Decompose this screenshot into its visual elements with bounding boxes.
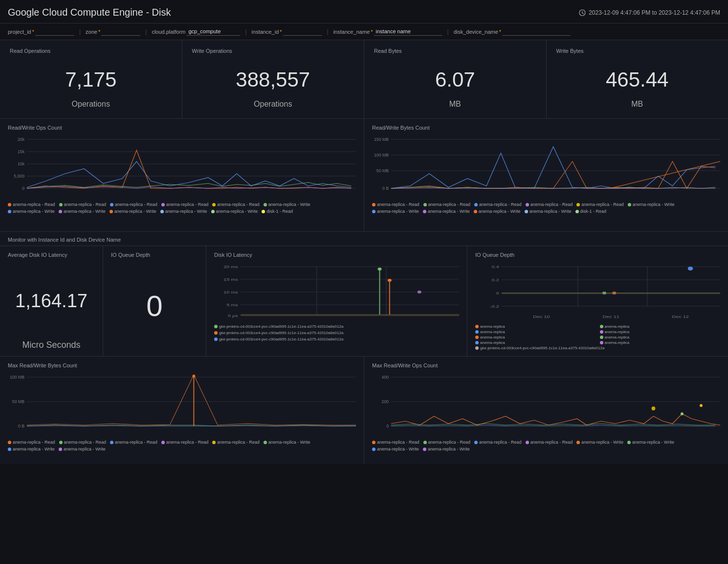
legend-item: anema-replica <box>600 335 721 339</box>
page-title: Google Cloud Compute Engine - Disk <box>8 7 171 18</box>
svg-text:0: 0 <box>386 424 389 429</box>
legend-item: anema-replica - Read <box>110 202 157 207</box>
legend-dot <box>372 203 375 206</box>
legend-item: gke-jenkins-cd-003cce4-pvc-c90ad995-1c1e… <box>214 337 343 341</box>
legend-dot <box>475 330 479 334</box>
filter-project-id: project_id * <box>8 27 74 36</box>
legend-item: anema-replica - Write <box>160 209 207 214</box>
chart-disk-io-latency-svg: 20 ms 15 ms 10 ms 5 ms 0 μs Dec 10 Dec 1… <box>214 262 459 320</box>
svg-text:0 μs: 0 μs <box>228 313 238 317</box>
svg-text:50 MB: 50 MB <box>376 168 389 173</box>
legend-dot <box>525 210 528 213</box>
monitor-io-queue-value: 0 <box>146 289 162 323</box>
legend-dot <box>8 448 11 451</box>
disk-io-latency-legend: gke-jenkins-cd-003cce4-pvc-c90ad995-1c1e… <box>214 324 459 341</box>
svg-text:0.4: 0.4 <box>492 264 500 269</box>
chart-max-rw-ops-area: 400 200 0 <box>372 372 720 436</box>
legend-dot <box>262 210 265 213</box>
instance-id-input[interactable] <box>283 27 322 36</box>
legend-item: anema-replica - Write <box>525 209 572 214</box>
stat-read-bytes-value: 6.07 <box>374 69 536 90</box>
legend-dot <box>264 203 267 206</box>
svg-text:0 B: 0 B <box>18 424 24 429</box>
svg-text:10k: 10k <box>18 161 25 166</box>
svg-text:20k: 20k <box>18 137 25 142</box>
svg-text:Dec 12: Dec 12 <box>411 319 428 320</box>
legend-item: anema-replica <box>475 335 596 339</box>
monitor-section-header: Monitor with Instance Id and Disk Device… <box>0 232 728 246</box>
chart-disk-io-latency: Disk IO Latency 20 ms 15 ms 10 ms 5 ms 0… <box>206 246 467 356</box>
legend-item: anema-replica - Write <box>264 202 310 207</box>
legend-dot <box>475 346 479 350</box>
svg-point-41 <box>418 291 421 293</box>
monitor-avg-latency: Average Disk IO Latency 1,164.17 Micro S… <box>0 246 103 356</box>
chart-io-queue-depth: IO Queue Depth 0.4 0.2 0 -0.2 Dec 10 Dec… <box>467 246 728 356</box>
legend-dot <box>214 331 218 335</box>
zone-input[interactable] <box>101 27 140 36</box>
legend-dot <box>59 210 62 213</box>
legend-item: anema-replica - Write <box>59 209 106 214</box>
bottom-charts-row: Max Read/Write Bytes Count 100 MB 50 MB … <box>0 357 728 464</box>
stat-write-bytes: Write Bytes 465.44 MB <box>547 40 728 118</box>
chart-rw-ops-svg: 20k 15k 10k 5,000 0 <box>8 135 356 198</box>
legend-item: anema-replica - Read <box>423 440 471 445</box>
legend-item: anema-replica <box>475 324 596 329</box>
legend-item: anema-replica <box>600 324 721 329</box>
legend-item: anema-replica - Read <box>59 202 107 207</box>
stat-write-bytes-value: 465.44 <box>556 69 719 90</box>
svg-point-78 <box>681 412 684 415</box>
svg-point-38 <box>377 268 381 271</box>
legend-item: anema-replica - Write <box>110 209 156 214</box>
legend-dot <box>600 325 603 328</box>
project-id-input[interactable] <box>35 27 74 36</box>
legend-dot <box>600 341 603 344</box>
legend-dot <box>423 203 427 206</box>
legend-dot <box>475 325 479 328</box>
legend-item: anema-replica - Write <box>474 209 521 214</box>
monitor-avg-latency-title: Average Disk IO Latency <box>8 252 95 258</box>
svg-text:Dec 12: Dec 12 <box>672 314 689 318</box>
legend-item: anema-replica - Write <box>627 440 674 445</box>
io-queue-depth-legend: anema-replica anema-replica anema-replic… <box>475 324 720 350</box>
svg-text:200: 200 <box>382 399 389 404</box>
chart-max-rw-bytes-legend: anema-replica - Read anema-replica - Rea… <box>8 440 356 451</box>
legend-dot <box>423 448 426 451</box>
chart-io-queue-depth-area: 0.4 0.2 0 -0.2 Dec 10 Dec 11 Dec 12 <box>475 262 720 320</box>
svg-point-79 <box>700 404 703 407</box>
stat-read-bytes-title: Read Bytes <box>374 48 536 54</box>
legend-dot <box>161 203 165 206</box>
legend-item: anema-replica - Write <box>8 447 55 451</box>
legend-dot <box>474 441 478 444</box>
legend-dot <box>212 441 216 444</box>
legend-item: anema-replica <box>475 340 596 345</box>
legend-item: anema-replica - Read <box>212 202 260 207</box>
svg-text:50 MB: 50 MB <box>12 399 24 404</box>
legend-dot <box>576 441 580 444</box>
instance-name-input[interactable] <box>374 27 442 36</box>
monitor-avg-latency-value: 1,164.17 <box>15 291 88 312</box>
legend-dot <box>423 210 426 213</box>
chart-rw-ops-area: 20k 15k 10k 5,000 0 <box>8 135 356 198</box>
svg-text:400: 400 <box>382 375 389 380</box>
svg-text:15k: 15k <box>18 149 25 154</box>
cloud-platform-input[interactable] <box>186 27 240 36</box>
stat-read-ops-title: Read Operations <box>10 48 172 54</box>
stats-row: Read Operations 7,175 Operations Write O… <box>0 40 728 119</box>
monitor-avg-latency-unit: Micro Seconds <box>22 340 80 350</box>
legend-dot <box>110 441 113 444</box>
legend-dot <box>474 203 478 206</box>
svg-text:100 MB: 100 MB <box>374 153 389 158</box>
legend-dot <box>211 210 215 213</box>
svg-text:0 B: 0 B <box>382 186 389 191</box>
stat-read-ops: Read Operations 7,175 Operations <box>0 40 182 118</box>
chart-max-rw-ops-title: Max Read/Write Ops Count <box>372 362 720 368</box>
svg-text:10 ms: 10 ms <box>223 290 238 294</box>
chart-io-queue-depth-title: IO Queue Depth <box>475 252 720 258</box>
legend-dot <box>8 210 11 213</box>
legend-item: anema-replica - Write <box>59 447 106 451</box>
disk-device-name-input[interactable] <box>502 27 571 36</box>
chart-io-queue-depth-svg: 0.4 0.2 0 -0.2 Dec 10 Dec 11 Dec 12 <box>475 262 720 320</box>
svg-point-40 <box>388 279 392 282</box>
svg-line-2 <box>582 13 584 14</box>
chart-rw-ops-legend: anema-replica - Read anema-replica - Rea… <box>8 202 356 214</box>
